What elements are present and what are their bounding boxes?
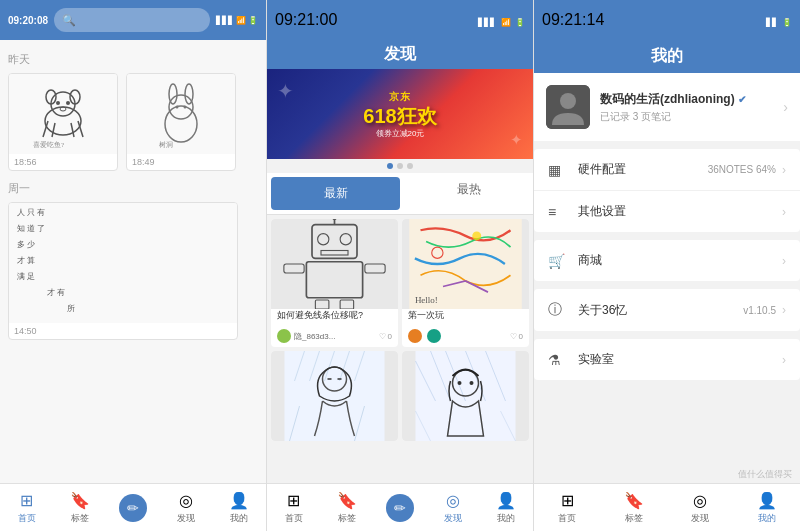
nav-tags-p1[interactable]: 🔖 标签 xyxy=(53,491,106,525)
dog-sketch-svg: 喜爱吃鱼? xyxy=(28,79,98,149)
post-author-robot: 隐_863d3... xyxy=(277,329,335,343)
post-title-colorful: 第一次玩 xyxy=(402,309,529,325)
panel3-title: 我的 xyxy=(651,47,683,64)
nav-edit-p1[interactable]: ✏ xyxy=(106,494,159,522)
nav-tags-p2[interactable]: 🔖 标签 xyxy=(320,491,373,525)
post-info-colorful: ♡ 0 xyxy=(402,325,529,347)
note-card-handwriting[interactable]: 人 只 有 知 道 了 多 少 才 算 满 足 才 有 所 14:50 xyxy=(8,202,238,340)
menu-item-settings[interactable]: ≡ 其他设置 › xyxy=(534,191,800,232)
settings-icon: ≡ xyxy=(548,204,568,220)
post-thumb-girl2 xyxy=(402,351,529,441)
notes-grid-yesterday: 喜爱吃鱼? 18:56 树洞 xyxy=(8,73,258,171)
tags-icon-p1: 🔖 xyxy=(70,491,90,510)
profile-card[interactable]: 数码的生活(zdhliaoning) ✔ 已记录 3 页笔记 › xyxy=(534,73,800,141)
banner-decor-right: ✦ xyxy=(510,131,523,149)
panel2-battery: 🔋 xyxy=(515,18,525,27)
nav-home-label-p2: 首页 xyxy=(285,512,303,525)
hw-line2: 知 道 了 xyxy=(17,223,229,234)
menu-item-about[interactable]: ⓘ 关于36忆 v1.10.5 › xyxy=(534,289,800,331)
nav-home-p3[interactable]: ⊞ 首页 xyxy=(534,491,601,525)
panel3-content: 数码的生活(zdhliaoning) ✔ 已记录 3 页笔记 › ▦ 硬件配置 … xyxy=(534,73,800,466)
note-card-rabbit[interactable]: 树洞 18:49 xyxy=(126,73,236,171)
profile-chevron: › xyxy=(783,99,788,115)
banner-dots xyxy=(267,159,533,173)
note-time-dog: 18:56 xyxy=(9,154,117,170)
likes-count-robot: 0 xyxy=(388,332,392,341)
svg-point-52 xyxy=(458,381,462,385)
edit-icon-p1: ✏ xyxy=(119,494,147,522)
nav-mine-p2[interactable]: 👤 我的 xyxy=(480,491,533,525)
profile-avatar xyxy=(546,85,590,129)
tab-latest[interactable]: 最新 xyxy=(271,177,400,210)
nav-discover-label-p1: 发现 xyxy=(177,512,195,525)
svg-rect-22 xyxy=(321,251,348,256)
post-thumb-colorful: Hello! xyxy=(402,219,529,309)
menu-item-hardware[interactable]: ▦ 硬件配置 36NOTES 64% › xyxy=(534,149,800,191)
nav-tags-label-p3: 标签 xyxy=(625,512,643,525)
svg-point-20 xyxy=(318,234,329,245)
jd-banner: ✦ ✦ 京东 618狂欢 领券立减20元 xyxy=(267,69,533,159)
tags-icon-p3: 🔖 xyxy=(624,491,644,510)
heart-icon-robot: ♡ xyxy=(379,332,386,341)
svg-point-4 xyxy=(56,101,60,105)
settings-chevron: › xyxy=(782,205,786,219)
mine-icon-p1: 👤 xyxy=(229,491,249,510)
jd-label: 京东 xyxy=(363,90,436,104)
panel3-status: ▋▋ 🔋 xyxy=(766,11,792,29)
nav-home-p2[interactable]: ⊞ 首页 xyxy=(267,491,320,525)
svg-rect-25 xyxy=(306,262,362,298)
post-card-colorful[interactable]: Hello! 第一次玩 ♡ 0 xyxy=(402,219,529,347)
home-icon-p3: ⊞ xyxy=(561,491,574,510)
nav-mine-p3[interactable]: 👤 我的 xyxy=(734,491,801,525)
tab-hot[interactable]: 最热 xyxy=(404,173,533,214)
discover-icon-p3: ◎ xyxy=(693,491,707,510)
svg-point-21 xyxy=(340,234,351,245)
edit-icon-p2: ✏ xyxy=(386,494,414,522)
svg-rect-28 xyxy=(315,300,329,309)
panel2-content: ✦ ✦ 京东 618狂欢 领券立减20元 最新 最热 xyxy=(267,69,533,483)
post-card-girl2[interactable] xyxy=(402,351,529,441)
nav-discover-p1[interactable]: ◎ 发现 xyxy=(160,491,213,525)
nav-mine-label-p2: 我的 xyxy=(497,512,515,525)
jd-main-text: 618狂欢 xyxy=(363,104,436,128)
svg-rect-26 xyxy=(284,264,304,273)
menu-item-lab[interactable]: ⚗ 实验室 › xyxy=(534,339,800,380)
girl2-sketch xyxy=(402,351,529,441)
hw-line5: 满 足 xyxy=(17,271,229,282)
nav-mine-p1[interactable]: 👤 我的 xyxy=(213,491,266,525)
nav-edit-p2[interactable]: ✏ xyxy=(373,494,426,522)
discover-tabs: 最新 最热 xyxy=(267,173,533,215)
panel2-wifi: 📶 xyxy=(501,18,511,27)
wifi-icon: 📶 xyxy=(236,16,246,25)
panel3-topbar: 09:21:14 ▋▋ 🔋 xyxy=(534,0,800,40)
panel3-battery: 🔋 xyxy=(782,18,792,27)
nav-discover-p3[interactable]: ◎ 发现 xyxy=(667,491,734,525)
rabbit-sketch-svg: 树洞 xyxy=(151,79,211,149)
search-icon: 🔍 xyxy=(62,14,76,27)
discover-icon-p1: ◎ xyxy=(179,491,193,510)
svg-point-17 xyxy=(184,106,187,109)
menu-item-shop[interactable]: 🛒 商城 › xyxy=(534,240,800,281)
author-avatar-colorful2 xyxy=(427,329,441,343)
colorful-sketch: Hello! xyxy=(402,219,529,309)
notes-count: 已记录 3 页笔记 xyxy=(600,110,746,124)
nav-discover-p2[interactable]: ◎ 发现 xyxy=(427,491,480,525)
likes-count-colorful: 0 xyxy=(519,332,523,341)
menu-label-shop: 商城 xyxy=(578,252,782,269)
panel2-time: 09:21:00 xyxy=(275,11,337,29)
post-card-girl1[interactable] xyxy=(271,351,398,441)
panel1-topbar: 09:20:08 🔍 ▋▋▋ 📶 🔋 xyxy=(0,0,266,40)
nav-tags-p3[interactable]: 🔖 标签 xyxy=(601,491,668,525)
nav-home-p1[interactable]: ⊞ 首页 xyxy=(0,491,53,525)
svg-rect-19 xyxy=(312,225,357,259)
search-bar[interactable]: 🔍 xyxy=(54,8,210,32)
post-card-robot[interactable]: 如何避免线条位移呢? 隐_863d3... ♡ 0 xyxy=(271,219,398,347)
profile-name: 数码的生活(zdhliaoning) ✔ xyxy=(600,91,746,108)
note-card-dog[interactable]: 喜爱吃鱼? 18:56 xyxy=(8,73,118,171)
hw-line7: 所 xyxy=(67,303,229,314)
menu-section-lab: ⚗ 实验室 › xyxy=(534,339,800,380)
nav-mine-label-p1: 我的 xyxy=(230,512,248,525)
hw-line3: 多 少 xyxy=(17,239,229,250)
author-avatar-colorful xyxy=(408,329,422,343)
panel1-bottom-nav: ⊞ 首页 🔖 标签 ✏ ◎ 发现 👤 我的 xyxy=(0,483,266,531)
